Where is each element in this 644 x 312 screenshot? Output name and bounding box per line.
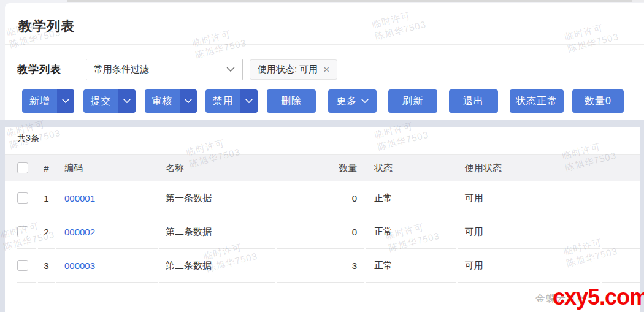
name-cell: 第二条数据 (159, 215, 275, 249)
button-label: 更多 (336, 95, 357, 108)
filter-tag-text: 使用状态: 可用 (258, 64, 318, 75)
chevron-down-icon (226, 67, 235, 72)
count-button[interactable]: 数量0 (572, 89, 624, 113)
button-label: 数量0 (572, 89, 624, 113)
table-body: 1000001第一条数据0正常可用2000002第二条数据0正常可用300000… (5, 181, 640, 283)
button-label: 审核 (145, 89, 180, 113)
row-checkbox[interactable] (17, 192, 28, 204)
refresh-button[interactable]: 刷新 (388, 89, 437, 113)
button-label: 状态正常 (510, 89, 564, 113)
use-status-cell: 可用 (458, 249, 600, 283)
button-label: 刷新 (388, 89, 437, 113)
grid-card: 共3条 # 编码 名称 数量 状态 使用状态 1000001第一条数据0正常可用… (5, 127, 640, 312)
filter-tag: 使用状态: 可用 × (250, 59, 337, 80)
delete-button[interactable]: 删除 (267, 89, 316, 113)
button-label: 提交 (83, 89, 118, 113)
chevron-down-icon[interactable] (57, 89, 74, 113)
chevron-down-icon[interactable] (118, 89, 136, 113)
col-qty: 数量 (277, 162, 364, 174)
status-cell: 正常 (366, 215, 456, 249)
chevron-down-icon (361, 99, 369, 104)
name-cell: 第一条数据 (159, 181, 275, 215)
top-window-strip-light (632, 0, 644, 2)
header-divider (5, 44, 644, 45)
select-all-checkbox[interactable] (17, 162, 28, 173)
table-row[interactable]: 1000001第一条数据0正常可用 (5, 181, 640, 215)
row-index: 1 (38, 181, 55, 215)
submit-button[interactable]: 提交 (83, 89, 136, 113)
status-cell: 正常 (366, 181, 456, 215)
chevron-down-icon[interactable] (240, 89, 258, 113)
audit-button[interactable]: 审核 (145, 89, 197, 113)
col-index: # (38, 163, 55, 173)
exit-button[interactable]: 退出 (449, 89, 498, 113)
list-name-label: 教学列表 (17, 63, 61, 77)
table-header-row: # 编码 名称 数量 状态 使用状态 (5, 154, 640, 181)
qty-cell: 3 (277, 249, 364, 283)
row-checkbox[interactable] (17, 260, 28, 271)
row-index: 2 (38, 215, 55, 249)
qty-cell: 0 (277, 181, 364, 215)
name-cell: 第三条数据 (159, 249, 275, 283)
site-overlay-text: cxy5.com (553, 284, 644, 310)
table-row[interactable]: 3000003第三条数据3正常可用 (5, 249, 640, 283)
use-status-cell: 可用 (458, 181, 600, 215)
use-status-cell: 可用 (458, 215, 600, 249)
filter-preset-value: 常用条件过滤 (94, 64, 226, 75)
left-gutter (0, 120, 5, 312)
record-count: 共3条 (17, 133, 39, 144)
status-cell: 正常 (366, 249, 456, 283)
code-link[interactable]: 000001 (64, 193, 95, 204)
code-link[interactable]: 000002 (64, 227, 95, 237)
filter-preset-select[interactable]: 常用条件过滤 (86, 59, 243, 80)
col-status: 状态 (366, 162, 456, 174)
more-button[interactable]: 更多 (328, 89, 377, 113)
right-gutter (640, 120, 644, 312)
button-label: 退出 (449, 89, 498, 113)
row-index: 3 (38, 249, 55, 283)
add-button[interactable]: 新增 (22, 89, 74, 113)
top-window-strip (67, 0, 632, 2)
button-label: 禁用 (205, 89, 240, 113)
code-link[interactable]: 000003 (64, 261, 95, 271)
table-row[interactable]: 2000002第二条数据0正常可用 (5, 215, 640, 249)
remove-filter-icon[interactable]: × (323, 64, 329, 75)
col-code: 编码 (56, 162, 158, 174)
col-name: 名称 (159, 162, 275, 174)
chevron-down-icon[interactable] (180, 89, 197, 113)
card-gap-band (0, 120, 644, 127)
list-header-card: 教学列表 教学列表 常用条件过滤 使用状态: 可用 × 新增提交审核禁用删除更多… (5, 3, 644, 120)
disable-button[interactable]: 禁用 (205, 89, 258, 113)
row-checkbox[interactable] (17, 226, 28, 237)
status-normal-button[interactable]: 状态正常 (510, 89, 564, 113)
button-label: 新增 (22, 89, 57, 113)
col-use-status: 使用状态 (458, 162, 600, 174)
button-label: 删除 (267, 89, 316, 113)
qty-cell: 0 (277, 215, 364, 249)
page-title: 教学列表 (18, 17, 75, 36)
